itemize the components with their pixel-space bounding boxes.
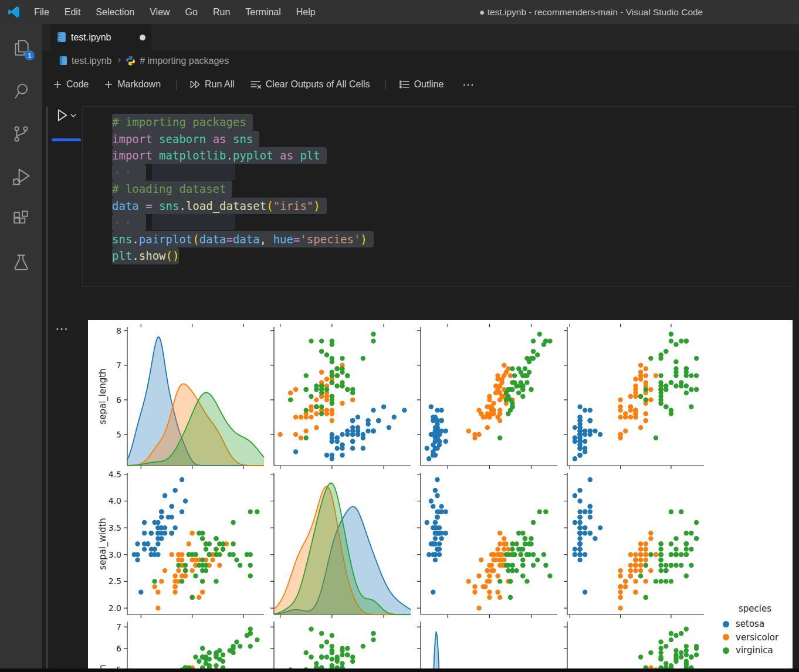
code-line[interactable]: # importing packages: [112, 114, 794, 131]
title-bar: File Edit Selection View Go Run Terminal…: [0, 0, 799, 24]
svg-text:2.5: 2.5: [109, 576, 121, 586]
svg-text:5: 5: [116, 430, 121, 439]
svg-text:6: 6: [116, 644, 121, 653]
notebook-icon: [59, 56, 67, 66]
explorer-button[interactable]: 1: [0, 26, 42, 69]
menu-help[interactable]: Help: [289, 0, 323, 24]
menu-bar: File Edit Selection View Go Run Terminal…: [26, 0, 323, 24]
source-control-button[interactable]: [0, 112, 42, 155]
code-line[interactable]: import matplotlib.pyplot as plt: [112, 147, 794, 164]
play-icon: [54, 107, 70, 123]
svg-text:3.5: 3.5: [109, 523, 121, 532]
tab-strip: test.ipynb: [42, 24, 799, 50]
clear-outputs-button[interactable]: Clear Outputs of All Cells: [250, 79, 370, 90]
legend-label: virginica: [736, 645, 773, 656]
legend-label: setosa: [736, 619, 764, 629]
toolbar-separator: [176, 79, 177, 90]
chevron-right-icon: ›: [117, 54, 121, 66]
svg-text:7: 7: [116, 361, 121, 370]
svg-text:6: 6: [116, 395, 121, 405]
legend-title: species: [711, 603, 793, 614]
outline-button[interactable]: Outline: [399, 79, 444, 90]
plot-legend: species setosaversicolorvirginica: [711, 603, 793, 657]
pairplot-figure: 5678sepal_length2.02.53.03.54.04.5sepal_…: [88, 320, 793, 672]
svg-text:4.0: 4.0: [109, 496, 121, 505]
code-line[interactable]: ··: [112, 214, 794, 231]
code-line[interactable]: plt.show(): [112, 247, 794, 264]
add-markdown-cell-button[interactable]: Markdown: [104, 79, 161, 90]
output-more-actions-button[interactable]: ⋯: [55, 321, 69, 337]
notebook-toolbar: Code Markdown Run All Clear Outputs of A…: [42, 71, 799, 98]
code-editor[interactable]: # importing packagesimport seaborn as sn…: [83, 107, 794, 264]
svg-text:4.5: 4.5: [109, 470, 121, 479]
legend-entry-versicolor: versicolor: [711, 631, 793, 644]
menu-edit[interactable]: Edit: [57, 0, 89, 24]
window-bottom-edge: [0, 668, 799, 672]
legend-entry-virginica: virginica: [711, 644, 793, 657]
cell-focus-indicator: [46, 107, 48, 672]
menu-selection[interactable]: Selection: [88, 0, 142, 24]
menu-go[interactable]: Go: [178, 0, 205, 24]
chevron-down-icon[interactable]: [70, 112, 77, 119]
run-all-button[interactable]: Run All: [189, 79, 235, 90]
tab-label: test.ipynb: [71, 32, 140, 43]
testing-icon: [11, 252, 31, 272]
extensions-button[interactable]: [0, 198, 42, 240]
search-icon: [11, 81, 31, 101]
cell-output-pairplot: 5678sepal_length2.02.53.03.54.04.5sepal_…: [88, 320, 793, 672]
code-line[interactable]: ··: [112, 164, 794, 181]
svg-text:2.0: 2.0: [109, 603, 121, 613]
more-actions-button[interactable]: ⋯: [462, 77, 475, 91]
breadcrumb: test.ipynb › # importing packages: [42, 50, 799, 71]
add-code-cell-button[interactable]: Code: [53, 79, 89, 90]
code-line[interactable]: # loading dataset: [112, 181, 794, 198]
code-cell[interactable]: # importing packagesimport seaborn as sn…: [82, 106, 794, 287]
run-debug-icon: [11, 166, 32, 187]
svg-text:sepal_length: sepal_length: [97, 368, 109, 424]
svg-text:3.0: 3.0: [109, 550, 121, 559]
legend-dot-icon: [723, 647, 729, 654]
code-line[interactable]: import seaborn as sns: [112, 131, 794, 148]
extensions-icon: [11, 209, 31, 229]
menu-file[interactable]: File: [26, 0, 57, 24]
breadcrumb-file[interactable]: test.ipynb: [72, 56, 111, 66]
explorer-badge: 1: [25, 50, 35, 60]
code-line[interactable]: data = sns.load_dataset("iris"): [112, 198, 794, 215]
menu-run[interactable]: Run: [205, 0, 238, 24]
vscode-logo-icon: [7, 5, 21, 19]
search-button[interactable]: [0, 69, 42, 112]
legend-dot-icon: [723, 621, 729, 627]
menu-view[interactable]: View: [142, 0, 177, 24]
legend-label: versicolor: [736, 632, 778, 643]
run-cell-button[interactable]: [54, 107, 77, 123]
breadcrumb-cell[interactable]: # importing packages: [140, 56, 229, 66]
cell-execution-progress-bar: [52, 138, 81, 141]
legend-entry-setosa: setosa: [711, 617, 793, 631]
toolbar-separator: [385, 79, 386, 90]
svg-text:7: 7: [116, 622, 121, 632]
plus-icon: [53, 80, 62, 89]
activity-bar: 1: [0, 24, 42, 672]
clear-outputs-icon: [250, 79, 262, 90]
plus-icon: [104, 80, 113, 89]
editor-area: test.ipynb test.ipynb › # importing pack…: [42, 24, 799, 672]
legend-dot-icon: [723, 634, 729, 640]
source-control-icon: [11, 124, 31, 144]
notebook-icon: [56, 32, 66, 43]
tab-test-ipynb[interactable]: test.ipynb: [50, 24, 151, 50]
outline-icon: [399, 79, 410, 90]
run-debug-button[interactable]: [0, 155, 42, 198]
notebook-cell-list: # importing packagesimport seaborn as sn…: [42, 98, 799, 672]
menu-terminal[interactable]: Terminal: [238, 0, 288, 24]
svg-text:8: 8: [116, 326, 121, 335]
run-all-icon: [189, 79, 201, 90]
window-title: ● test.ipynb - recommenders-main - Visua…: [479, 0, 703, 24]
testing-button[interactable]: [0, 240, 42, 283]
python-icon: [126, 56, 136, 66]
svg-text:sepal_width: sepal_width: [97, 518, 109, 570]
dirty-indicator-icon[interactable]: [140, 35, 145, 40]
code-line[interactable]: sns.pairplot(data=data, hue='species'): [112, 231, 794, 248]
